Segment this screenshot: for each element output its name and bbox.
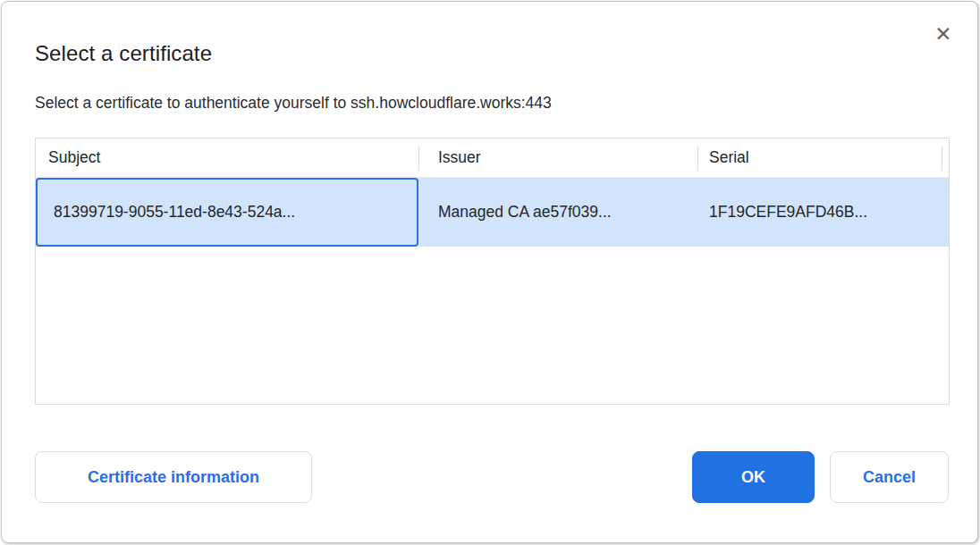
- certificate-information-button[interactable]: Certificate information: [35, 451, 312, 503]
- cell-subject[interactable]: 81399719-9055-11ed-8e43-524a...: [36, 178, 418, 247]
- close-button[interactable]: ✕: [929, 20, 958, 48]
- cell-serial[interactable]: 1F19CEFE9AFD46B...: [697, 178, 942, 247]
- certificate-select-dialog: ✕ Select a certificate Select a certific…: [1, 1, 978, 543]
- cancel-button[interactable]: Cancel: [830, 451, 949, 503]
- column-header-subject: Subject: [36, 138, 418, 177]
- column-header-issuer: Issuer: [418, 138, 697, 177]
- cell-issuer[interactable]: Managed CA ae57f039...: [418, 178, 697, 247]
- dialog-title: Select a certificate: [35, 41, 212, 66]
- table-header-row: Subject Issuer Serial: [36, 138, 949, 178]
- dialog-subtitle: Select a certificate to authenticate you…: [35, 94, 552, 113]
- column-divider: [942, 138, 949, 177]
- close-icon: ✕: [934, 22, 951, 46]
- ok-button[interactable]: OK: [692, 451, 815, 503]
- column-header-serial: Serial: [697, 138, 942, 177]
- certificate-row-selected[interactable]: 81399719-9055-11ed-8e43-524a... Managed …: [36, 178, 949, 247]
- certificate-table: Subject Issuer Serial 81399719-9055-11ed…: [35, 138, 950, 405]
